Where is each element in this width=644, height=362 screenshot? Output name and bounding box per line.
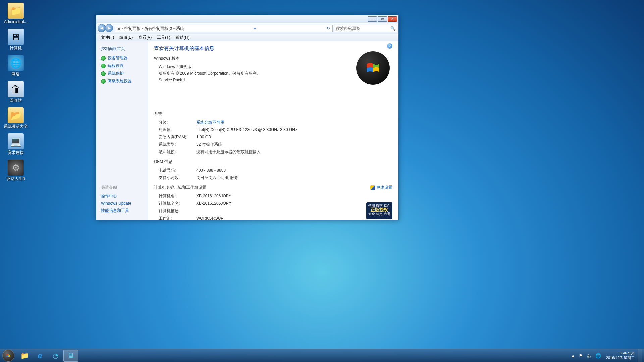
- menu-help[interactable]: 帮助(H): [173, 35, 192, 40]
- search-input[interactable]: [336, 26, 390, 31]
- pcname-value: XB-20161206JOPY: [196, 193, 392, 199]
- section-edition-title: Windows 版本: [154, 56, 392, 61]
- ie-icon: e: [38, 351, 42, 360]
- rating-label: 分级:: [159, 119, 196, 125]
- tray-overflow-icon[interactable]: ▲: [569, 353, 577, 358]
- shield-icon: [101, 79, 106, 84]
- clock-date: 2016/12/6 星期二: [606, 356, 635, 360]
- wg-label: 工作组:: [159, 215, 196, 220]
- dropdown-icon[interactable]: ▾: [252, 25, 258, 32]
- taskbar: 📁 e ◔ 🖥 ▲ ⚑ 🔈 🌐 下午 4:04 2016/12/6 星期二: [0, 349, 644, 362]
- phone-label: 电话号码:: [159, 167, 196, 173]
- desktop-icon-activation[interactable]: 📂系统激活大全: [3, 107, 28, 129]
- footer-link-windows-update[interactable]: Windows Update: [101, 200, 143, 207]
- desc-value: [196, 208, 392, 214]
- system-properties-window: — ▭ ✕ ◀ ▶ 🖥▸ 控制面板▸ 所有控制面板项▸ 系统 ▾ ↻ 🔍 文件(…: [96, 15, 399, 220]
- genuine-badge: 使用 微软 软件 正版授权 安全 稳定 声誉: [366, 202, 392, 219]
- phone-value: 400 - 888 - 8888: [196, 167, 392, 173]
- menu-view[interactable]: 查看(V): [136, 35, 154, 40]
- help-icon[interactable]: ?: [387, 43, 392, 49]
- close-button[interactable]: ✕: [388, 16, 397, 22]
- back-button[interactable]: ◀: [98, 24, 106, 32]
- windows-logo-icon: [356, 51, 390, 85]
- pc-icon: 🖥: [117, 26, 121, 31]
- cpu-value: Intel(R) Xeon(R) CPU E3-1230 v3 @ 3.30GH…: [196, 127, 392, 133]
- desktop-icon-recycle[interactable]: 🗑回收站: [3, 81, 28, 103]
- content-pane: ? 查看有关计算机的基本信息 Windows 版本 Windows 7 旗舰版 …: [148, 41, 398, 220]
- folder-icon: 📁: [20, 352, 29, 360]
- type-value: 32 位操作系统: [196, 141, 392, 147]
- change-settings-link[interactable]: 更改设置: [370, 185, 392, 190]
- address-bar[interactable]: 🖥▸ 控制面板▸ 所有控制面板项▸ 系统 ▾ ↻: [115, 25, 333, 32]
- taskbar-pin-media[interactable]: ◔: [48, 350, 63, 362]
- crumb-3[interactable]: 系统: [176, 26, 184, 32]
- cpu-label: 处理器:: [159, 127, 196, 133]
- sidebar-title: 控制面板主页: [96, 45, 148, 54]
- hours-value: 周日至周六 24小时服务: [196, 175, 392, 181]
- refresh-icon[interactable]: ↻: [325, 25, 331, 32]
- desktop-icon-network[interactable]: 🌐网络: [3, 55, 28, 76]
- maximize-button[interactable]: ▭: [378, 16, 387, 22]
- forward-button[interactable]: ▶: [105, 24, 113, 32]
- search-bar[interactable]: 🔍: [334, 25, 397, 32]
- rating-value-link[interactable]: 系统分级不可用: [196, 119, 392, 125]
- menu-tools[interactable]: 工具(T): [154, 35, 173, 40]
- taskbar-pin-ie[interactable]: e: [33, 350, 47, 362]
- service-pack: Service Pack 1: [154, 77, 392, 83]
- pcname-label: 计算机名:: [159, 193, 196, 199]
- search-icon[interactable]: 🔍: [390, 26, 395, 31]
- clock-time: 下午 4:04: [606, 351, 635, 356]
- desktop-icon-driver[interactable]: ⚙驱动人生6: [3, 160, 28, 181]
- section-system-title: 系统: [154, 111, 392, 117]
- fullname-label: 计算机全名:: [159, 200, 196, 206]
- minimize-button[interactable]: —: [368, 16, 377, 22]
- desktop-icon-dialup[interactable]: 💻宽带连接: [3, 133, 28, 155]
- start-button[interactable]: [0, 349, 17, 362]
- footer-title: 另请参阅: [101, 185, 143, 190]
- tray-network-icon[interactable]: 🌐: [594, 353, 603, 358]
- hours-label: 支持小时数:: [159, 175, 196, 181]
- start-orb-icon: [2, 350, 14, 362]
- pen-value: 没有可用于此显示器的笔或触控输入: [196, 149, 392, 155]
- control-panel-icon: 🖥: [67, 352, 74, 359]
- side-link-advanced[interactable]: 高级系统设置: [96, 77, 148, 85]
- section-name-title: 计算机名称、域和工作组设置 更改设置: [154, 185, 392, 190]
- side-link-protection[interactable]: 系统保护: [96, 70, 148, 77]
- pen-label: 笔和触摸:: [159, 149, 196, 155]
- fullname-value: XB-20161206JOPY: [196, 200, 392, 206]
- taskbar-pin-explorer[interactable]: 📁: [17, 350, 32, 362]
- media-icon: ◔: [53, 352, 58, 360]
- footer-link-action-center[interactable]: 操作中心: [101, 192, 143, 200]
- taskbar-pin-control-panel[interactable]: 🖥: [63, 350, 78, 362]
- sidebar-footer: 另请参阅 操作中心 Windows Update 性能信息和工具: [96, 183, 148, 217]
- side-link-device-manager[interactable]: 设备管理器: [96, 54, 148, 62]
- sidebar: 控制面板主页 设备管理器 远程设置 系统保护 高级系统设置 另请参阅 操作中心 …: [96, 41, 148, 220]
- side-link-remote[interactable]: 远程设置: [96, 62, 148, 70]
- clock[interactable]: 下午 4:04 2016/12/6 星期二: [603, 351, 638, 360]
- crumb-1[interactable]: 控制面板: [124, 26, 141, 32]
- ram-value: 1.00 GB: [196, 134, 392, 140]
- section-oem-title: OEM 信息: [154, 159, 392, 165]
- tray-flag-icon[interactable]: ⚑: [577, 353, 585, 358]
- shield-icon: [370, 185, 375, 190]
- learn-more-link[interactable]: 联机了解更多内容: [363, 219, 392, 220]
- type-label: 系统类型:: [159, 141, 196, 147]
- menu-file[interactable]: 文件(F): [98, 35, 117, 40]
- tray-volume-icon[interactable]: 🔈: [585, 353, 594, 358]
- titlebar[interactable]: — ▭ ✕: [96, 15, 398, 23]
- shield-icon: [101, 56, 106, 61]
- navbar: ◀ ▶ 🖥▸ 控制面板▸ 所有控制面板项▸ 系统 ▾ ↻ 🔍: [96, 23, 398, 34]
- menu-edit[interactable]: 编辑(E): [117, 35, 136, 40]
- shield-icon: [101, 71, 106, 76]
- ram-label: 安装内存(RAM):: [159, 134, 196, 140]
- footer-link-perf[interactable]: 性能信息和工具: [101, 207, 143, 215]
- systray: ▲ ⚑ 🔈 🌐 下午 4:04 2016/12/6 星期二: [569, 349, 644, 362]
- shield-icon: [101, 64, 106, 68]
- crumb-2[interactable]: 所有控制面板项: [144, 26, 172, 32]
- desc-label: 计算机描述:: [159, 208, 196, 214]
- desktop-icon-computer[interactable]: 🖥计算机: [3, 29, 28, 50]
- show-desktop-button[interactable]: [638, 349, 642, 362]
- menubar: 文件(F) 编辑(E) 查看(V) 工具(T) 帮助(H): [96, 34, 398, 41]
- desktop-icon-admin[interactable]: 📁Administrat...: [3, 3, 28, 24]
- page-heading: 查看有关计算机的基本信息: [154, 45, 392, 52]
